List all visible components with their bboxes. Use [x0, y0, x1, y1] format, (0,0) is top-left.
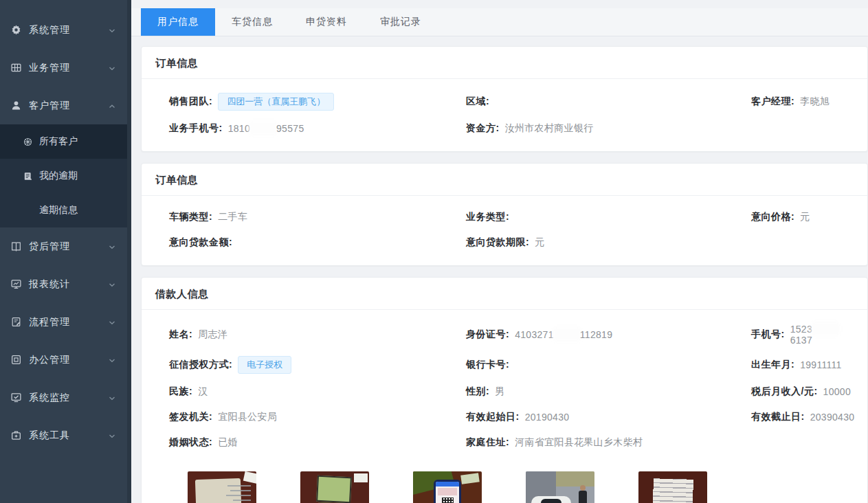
field-value: 河南省宜阳县花果山乡木柴村: [515, 436, 643, 449]
chevron-down-icon: [108, 26, 116, 34]
field-label: 婚姻状态:: [169, 436, 212, 449]
handwritten-document-photo[interactable]: [638, 471, 707, 503]
field-label: 意向贷款期限:: [466, 236, 529, 249]
sidebar-item-label: 办公管理: [29, 354, 108, 366]
field-marital-status: 婚姻状态: 已婚: [169, 435, 466, 450]
toolbox-icon: [10, 429, 22, 441]
person-with-car-photo[interactable]: [526, 471, 594, 503]
chevron-down-icon: [108, 394, 116, 402]
tab-loan-application-docs[interactable]: 申贷资料: [289, 8, 364, 36]
field-birth: 出生年月: 19911111: [751, 357, 860, 372]
chevron-down-icon: [108, 64, 116, 72]
list-item: 结婚证明: [638, 471, 707, 503]
field-gender: 性别: 男: [466, 384, 751, 399]
chevron-down-icon: [108, 432, 116, 440]
gear-icon: [10, 24, 22, 36]
sidebar-item-system-monitor[interactable]: 系统监控: [0, 379, 127, 416]
field-label: 签发机关:: [169, 411, 212, 423]
field-label: 民族:: [169, 385, 192, 398]
main-content: 用户信息 车贷信息 申贷资料 审批记录 订单信息 销售团队: 四团一营（直属王鹏…: [131, 0, 868, 503]
sidebar-item-office-management[interactable]: 办公管理: [0, 341, 127, 379]
tab-user-info[interactable]: 用户信息: [141, 8, 215, 36]
list-item: 人车照: [526, 471, 594, 503]
clipboard-icon: [10, 316, 22, 328]
sidebar: 系统管理 业务管理 客户管理: [0, 0, 131, 503]
field-value: 汉: [198, 385, 208, 398]
sidebar-item-label: 所有客户: [39, 135, 78, 148]
customer-management-submenu: 所有客户 我的逾期 逾期信息: [0, 124, 127, 227]
monitor-check-icon: [10, 392, 22, 403]
field-income: 税后月收入/元: 10000: [751, 384, 860, 399]
field-funder: 资金方: 汝州市农村商业银行: [466, 121, 751, 136]
sidebar-item-system-management[interactable]: 系统管理: [0, 11, 127, 49]
sidebar-item-label: 系统管理: [29, 24, 108, 36]
field-intent-loan-term: 意向贷款期限: 元: [466, 235, 751, 250]
field-value: 二手车: [218, 211, 247, 223]
field-label: 有效截止日:: [751, 411, 805, 423]
sidebar-item-report-statistics[interactable]: 报表统计: [0, 265, 127, 303]
field-intent-price: 意向价格: 元: [751, 210, 860, 225]
field-issuing-authority: 签发机关: 宜阳县公安局: [169, 410, 466, 425]
id-card-photo[interactable]: [188, 471, 256, 503]
square-icon: [10, 354, 22, 366]
field-home-address: 家庭住址: 河南省宜阳县花果山乡木柴村: [466, 435, 751, 450]
sidebar-item-customer-management[interactable]: 客户管理: [0, 87, 127, 124]
sidebar-item-label: 流程管理: [29, 316, 108, 328]
notebook-icon: [23, 171, 33, 181]
card-title: 订单信息: [142, 164, 867, 196]
field-value: 元: [535, 236, 544, 249]
field-label: 税后月收入/元:: [751, 385, 818, 398]
field-label: 征信授权方式:: [169, 359, 232, 371]
field-label: 车辆类型:: [169, 211, 212, 223]
tab-approval-records[interactable]: 审批记录: [364, 8, 438, 36]
app-root: 系统管理 业务管理 客户管理: [0, 0, 868, 503]
field-label: 业务手机号:: [169, 122, 223, 135]
tab-panel-user-info: 订单信息 销售团队: 四团一营（直属王鹏飞） 区域: 客户经理:: [131, 36, 868, 503]
field-credit-auth: 征信授权方式: 电子授权: [169, 356, 466, 374]
field-value: 15236137: [790, 324, 860, 346]
field-value: 周志洋: [198, 328, 227, 341]
field-label: 手机号:: [751, 328, 785, 341]
redaction-blur: [555, 329, 579, 339]
user-icon: [10, 100, 22, 111]
grid-icon: [10, 62, 22, 74]
sales-team-tag[interactable]: 四团一营（直属王鹏飞）: [218, 93, 334, 111]
field-value: 20390430: [810, 412, 855, 423]
sidebar-item-label: 系统监控: [29, 392, 108, 404]
field-sales-team: 销售团队: 四团一营（直属王鹏飞）: [169, 93, 466, 111]
sidebar-item-label: 逾期信息: [39, 204, 78, 216]
field-ethnicity: 民族: 汉: [169, 384, 466, 399]
list-item: 征信截图: [413, 471, 482, 503]
credit-auth-tag[interactable]: 电子授权: [238, 356, 291, 374]
borrower-info-card: 借款人信息 姓名: 周志洋 身份证号: 4103271112819 手机号:: [141, 277, 868, 503]
field-value: 20190430: [525, 412, 570, 423]
sidebar-item-overdue-info[interactable]: 逾期信息: [0, 193, 127, 227]
field-valid-to: 有效截止日: 20390430: [751, 410, 860, 425]
sidebar-item-label: 报表统计: [29, 278, 108, 291]
wheel-icon: [23, 137, 33, 147]
redaction-blur: [813, 324, 838, 334]
field-vehicle-type: 车辆类型: 二手车: [169, 210, 466, 225]
sidebar-item-process-management[interactable]: 流程管理: [0, 303, 127, 341]
sidebar-item-my-overdue[interactable]: 我的逾期: [0, 159, 127, 193]
chevron-down-icon: [108, 356, 116, 364]
sidebar-item-label: 我的逾期: [39, 170, 78, 182]
tab-car-loan-info[interactable]: 车贷信息: [215, 8, 289, 36]
sidebar-item-business-management[interactable]: 业务管理: [0, 49, 127, 87]
field-label: 性别:: [466, 385, 489, 398]
field-label: 资金方:: [466, 122, 500, 135]
license-booklet-photo[interactable]: [300, 471, 369, 503]
field-mobile: 手机号: 15236137: [751, 324, 860, 346]
field-value: 汝州市农村商业银行: [505, 122, 594, 135]
field-label: 意向贷款金额:: [169, 236, 232, 249]
field-business-type: 业务类型:: [466, 210, 751, 225]
list-item: 本人照: [188, 471, 256, 503]
sidebar-item-all-customers[interactable]: 所有客户: [0, 124, 127, 159]
sidebar-item-system-tools[interactable]: 系统工具: [0, 416, 127, 454]
sidebar-item-label: 系统工具: [29, 429, 108, 442]
credit-auth-screenshot[interactable]: [413, 471, 482, 503]
field-value: 宜阳县公安局: [218, 411, 277, 423]
field-name: 姓名: 周志洋: [169, 327, 466, 342]
sidebar-item-postloan-management[interactable]: 贷后管理: [0, 227, 127, 265]
chevron-down-icon: [108, 280, 116, 289]
